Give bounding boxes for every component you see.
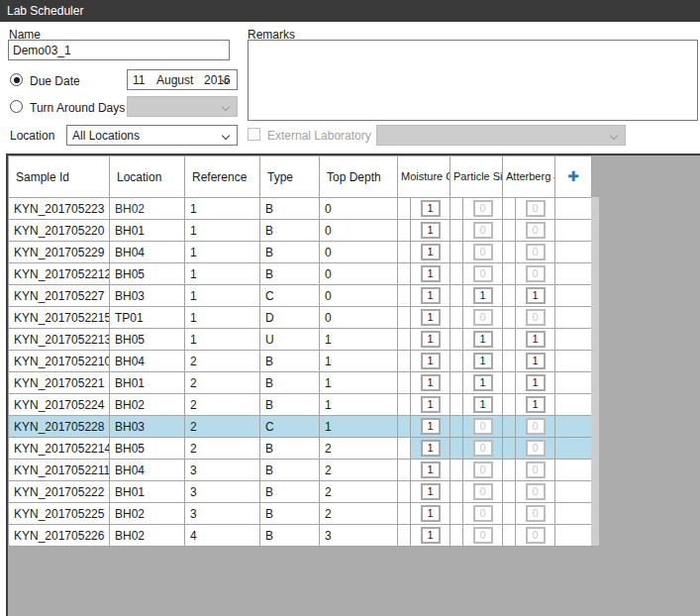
cell-location[interactable]: BH03 <box>110 285 185 307</box>
cell-type[interactable]: B <box>260 525 320 547</box>
box-atterberg[interactable]: 1 <box>526 287 546 304</box>
cell-location[interactable]: BH05 <box>110 263 185 285</box>
cell-sample-id[interactable]: KYN_2017052211 <box>9 460 110 481</box>
cell-top-depth[interactable]: 0 <box>320 220 398 242</box>
box-particle[interactable]: 1 <box>473 374 493 391</box>
box-moisture[interactable]: 1 <box>421 265 441 282</box>
cell-type[interactable]: B <box>260 394 320 416</box>
box-atterberg[interactable]: 1 <box>526 396 546 413</box>
box-particle[interactable]: 1 <box>473 331 493 348</box>
box-atterberg[interactable]: 0 <box>526 483 546 500</box>
cell-type[interactable]: B <box>260 372 320 394</box>
header-top-depth[interactable]: Top Depth <box>320 156 398 198</box>
cell-sample-id[interactable]: KYN_201705227 <box>9 285 110 307</box>
cell-sample-id[interactable]: KYN_2017052214 <box>9 438 110 460</box>
cell-reference[interactable]: 2 <box>185 416 260 438</box>
cell-type[interactable]: B <box>260 438 320 460</box>
turn-around-days-radio[interactable] <box>10 100 23 113</box>
cell-location[interactable]: BH01 <box>110 372 185 394</box>
cell-reference[interactable]: 1 <box>185 220 260 242</box>
box-moisture[interactable]: 1 <box>421 462 441 478</box>
cell-reference[interactable]: 3 <box>185 481 260 503</box>
cell-type[interactable]: D <box>260 307 320 329</box>
cell-sample-id[interactable]: KYN_201705226 <box>9 525 110 547</box>
cell-type[interactable]: B <box>260 242 320 263</box>
cell-top-depth[interactable]: 1 <box>320 394 398 416</box>
box-atterberg[interactable]: 1 <box>526 353 546 369</box>
due-date-radio[interactable] <box>10 73 23 86</box>
header-type[interactable]: Type <box>260 156 320 198</box>
cell-type[interactable]: C <box>260 285 320 307</box>
cell-reference[interactable]: 1 <box>185 242 260 263</box>
box-atterberg[interactable]: 0 <box>526 418 546 435</box>
cell-type[interactable]: B <box>260 503 320 525</box>
box-particle[interactable]: 1 <box>473 396 493 413</box>
box-moisture[interactable]: 1 <box>421 418 441 435</box>
cell-type[interactable]: B <box>260 220 320 242</box>
cell-reference[interactable]: 4 <box>185 525 260 547</box>
box-moisture[interactable]: 1 <box>421 440 441 457</box>
box-particle[interactable]: 0 <box>473 527 493 544</box>
name-input[interactable] <box>8 40 230 60</box>
cell-type[interactable]: C <box>260 416 320 438</box>
cell-reference[interactable]: 3 <box>185 503 260 525</box>
cell-location[interactable]: BH03 <box>110 416 185 438</box>
cell-type[interactable]: B <box>260 481 320 503</box>
box-moisture[interactable]: 1 <box>421 374 441 391</box>
cell-location[interactable]: BH05 <box>110 329 185 351</box>
cell-top-depth[interactable]: 1 <box>320 416 398 438</box>
cell-location[interactable]: BH04 <box>110 351 185 372</box>
cell-top-depth[interactable]: 0 <box>320 285 398 307</box>
cell-top-depth[interactable]: 1 <box>320 351 398 372</box>
box-atterberg[interactable]: 0 <box>526 265 546 282</box>
cell-top-depth[interactable]: 1 <box>320 329 398 351</box>
cell-reference[interactable]: 1 <box>185 329 260 351</box>
grid-vertical-scrollbar[interactable] <box>591 197 599 546</box>
cell-location[interactable]: BH05 <box>110 438 185 460</box>
cell-reference[interactable]: 2 <box>185 351 260 372</box>
cell-type[interactable]: B <box>260 198 320 220</box>
header-location[interactable]: Location <box>110 156 185 198</box>
box-particle[interactable]: 1 <box>473 353 493 369</box>
box-moisture[interactable]: 1 <box>421 222 441 239</box>
cell-sample-id[interactable]: KYN_201705228 <box>9 416 110 438</box>
box-moisture[interactable]: 1 <box>421 483 441 500</box>
cell-type[interactable]: B <box>260 351 320 372</box>
box-moisture[interactable]: 1 <box>421 396 441 413</box>
add-test-column-button[interactable]: ✚ <box>555 156 592 198</box>
box-particle[interactable]: 0 <box>473 265 493 282</box>
cell-top-depth[interactable]: 2 <box>320 438 398 460</box>
cell-sample-id[interactable]: KYN_201705225 <box>9 503 110 525</box>
box-atterberg[interactable]: 0 <box>526 505 546 522</box>
box-atterberg[interactable]: 0 <box>526 440 546 457</box>
cell-reference[interactable]: 3 <box>185 460 260 481</box>
box-atterberg[interactable]: 0 <box>526 244 546 260</box>
cell-type[interactable]: U <box>260 329 320 351</box>
header-reference[interactable]: Reference <box>185 156 260 198</box>
box-particle[interactable]: 1 <box>473 287 493 304</box>
box-moisture[interactable]: 1 <box>421 353 441 369</box>
box-particle[interactable]: 0 <box>473 200 493 217</box>
cell-sample-id[interactable]: KYN_201705222 <box>9 481 110 503</box>
cell-location[interactable]: BH01 <box>110 220 185 242</box>
cell-sample-id[interactable]: KYN_201705229 <box>9 242 110 263</box>
box-atterberg[interactable]: 0 <box>526 309 546 326</box>
cell-sample-id[interactable]: KYN_201705223 <box>9 198 110 220</box>
cell-top-depth[interactable]: 1 <box>320 372 398 394</box>
cell-reference[interactable]: 2 <box>185 438 260 460</box>
cell-top-depth[interactable]: 2 <box>320 481 398 503</box>
box-atterberg[interactable]: 0 <box>526 462 546 478</box>
cell-location[interactable]: TP01 <box>110 307 185 329</box>
cell-top-depth[interactable]: 2 <box>320 460 398 481</box>
cell-reference[interactable]: 1 <box>185 263 260 285</box>
box-moisture[interactable]: 1 <box>421 287 441 304</box>
header-particle-size-distribution[interactable]: Particle Size Distribution <box>450 156 503 198</box>
cell-location[interactable]: BH02 <box>110 503 185 525</box>
cell-sample-id[interactable]: KYN_2017052215 <box>9 307 110 329</box>
box-atterberg[interactable]: 0 <box>526 222 546 239</box>
box-particle[interactable]: 0 <box>473 222 493 239</box>
remarks-input[interactable] <box>248 40 698 121</box>
cell-top-depth[interactable]: 0 <box>320 198 398 220</box>
cell-location[interactable]: BH02 <box>110 525 185 547</box>
box-moisture[interactable]: 1 <box>421 505 441 522</box>
